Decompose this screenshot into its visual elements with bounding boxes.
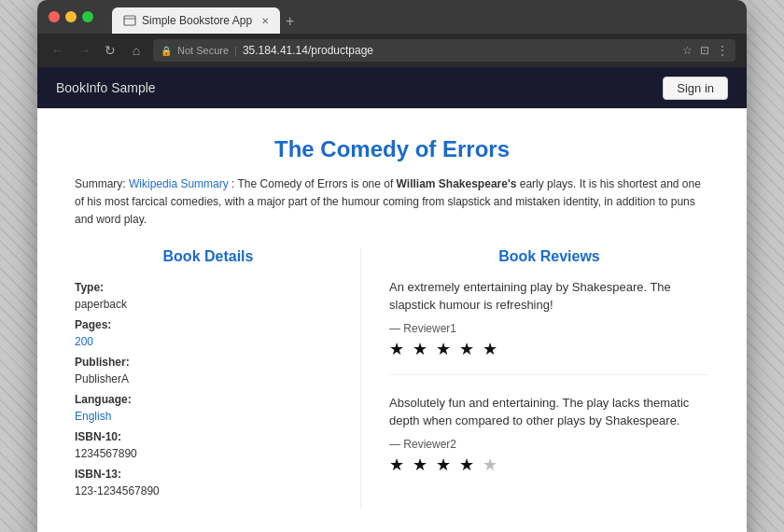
app-header: BookInfo Sample Sign in — [37, 67, 747, 108]
home-button[interactable]: ⌂ — [127, 43, 146, 58]
close-button[interactable] — [49, 11, 60, 22]
address-right-icons: ☆ ⊡ ⋮ — [682, 44, 728, 57]
isbn10-label: ISBN-10: — [75, 430, 121, 443]
browser-window: Simple Bookstore App ✕ + ← → ↻ ⌂ 🔒 Not S… — [37, 0, 747, 532]
star-1-2: ★ — [413, 340, 429, 358]
review-card-1: An extremely entertaining play by Shakes… — [389, 278, 709, 375]
star-1-4: ★ — [459, 340, 476, 358]
star-2-3: ★ — [436, 455, 453, 474]
type-value: paperback — [75, 298, 127, 311]
star-2-2: ★ — [413, 455, 429, 474]
book-details-title: Book Details — [75, 248, 342, 265]
book-details-section: Book Details Type: paperback Pages: 200 … — [75, 248, 360, 509]
svg-rect-0 — [124, 16, 135, 25]
tab-label: Simple Bookstore App — [142, 14, 252, 27]
book-reviews-title: Book Reviews — [389, 248, 709, 265]
reviewer-name-1: — Reviewer1 — [389, 322, 709, 335]
star-2-5: ★ — [483, 455, 499, 474]
traffic-lights — [49, 11, 93, 22]
back-button[interactable]: ← — [49, 43, 67, 58]
maximize-button[interactable] — [82, 11, 93, 22]
publisher-row: Publisher: PublisherA — [75, 353, 342, 386]
isbn10-value: 1234567890 — [75, 447, 137, 460]
pages-row: Pages: 200 — [75, 315, 342, 349]
rating-stars-2: ★ ★ ★ ★ ★ — [389, 455, 709, 475]
type-row: Type: paperback — [75, 278, 342, 312]
wikipedia-link[interactable]: Wikipedia Summary — [129, 177, 229, 190]
sign-in-button[interactable]: Sign in — [663, 77, 728, 100]
address-separator: | — [234, 45, 237, 56]
book-title: The Comedy of Errors — [75, 136, 709, 162]
star-1-1: ★ — [389, 340, 406, 358]
pages-value: 200 — [75, 335, 93, 348]
two-column-layout: Book Details Type: paperback Pages: 200 … — [75, 248, 709, 509]
book-reviews-section: Book Reviews An extremely entertaining p… — [360, 248, 709, 509]
star-2-4: ★ — [459, 455, 476, 474]
publisher-label: Publisher: — [75, 356, 130, 369]
author-name: William Shakespeare's — [397, 177, 517, 190]
tab-bar: Simple Bookstore App ✕ + — [112, 0, 294, 34]
book-summary: Summary: Wikipedia Summary : The Comedy … — [75, 175, 709, 230]
page-content: The Comedy of Errors Summary: Wikipedia … — [37, 108, 747, 532]
publisher-value: PublisherA — [75, 372, 129, 385]
address-bar[interactable]: 🔒 Not Secure | 35.184.41.14/productpage … — [153, 39, 735, 62]
new-tab-button[interactable]: + — [286, 13, 294, 34]
review-text-2: Absolutely fun and entertaining. The pla… — [389, 394, 709, 430]
language-row: Language: English — [75, 390, 342, 424]
summary-body: : The Comedy of Errors is one of — [231, 177, 397, 190]
review-text-1: An extremely entertaining play by Shakes… — [389, 278, 709, 315]
security-icon: 🔒 — [161, 46, 172, 56]
star-2-1: ★ — [389, 455, 406, 474]
tab-close-icon[interactable]: ✕ — [261, 16, 269, 26]
not-secure-label: Not Secure — [177, 45, 229, 56]
isbn13-value: 123-1234567890 — [75, 484, 160, 497]
language-value: English — [75, 410, 111, 423]
isbn13-label: ISBN-13: — [75, 468, 121, 481]
address-text: 35.184.41.14/productpage — [243, 44, 373, 57]
rating-stars-1: ★ ★ ★ ★ ★ — [389, 339, 709, 359]
more-menu-icon[interactable]: ⋮ — [717, 44, 728, 57]
cast-icon[interactable]: ⊡ — [700, 44, 709, 57]
pages-label: Pages: — [75, 318, 111, 331]
language-label: Language: — [75, 393, 132, 406]
minimize-button[interactable] — [65, 11, 77, 22]
app-title: BookInfo Sample — [56, 80, 156, 95]
isbn13-row: ISBN-13: 123-1234567890 — [75, 465, 342, 498]
bookmark-icon[interactable]: ☆ — [682, 44, 693, 57]
tab-favicon-icon — [123, 14, 136, 27]
isbn10-row: ISBN-10: 1234567890 — [75, 427, 342, 461]
review-card-2: Absolutely fun and entertaining. The pla… — [389, 394, 709, 490]
active-tab[interactable]: Simple Bookstore App ✕ — [112, 7, 280, 34]
browser-addressbar: ← → ↻ ⌂ 🔒 Not Secure | 35.184.41.14/prod… — [37, 34, 747, 67]
star-1-3: ★ — [436, 340, 453, 358]
summary-prefix: Summary: — [75, 177, 126, 190]
reload-button[interactable]: ↻ — [101, 43, 119, 58]
star-1-5: ★ — [483, 340, 499, 358]
browser-titlebar: Simple Bookstore App ✕ + — [37, 0, 747, 34]
type-label: Type: — [75, 281, 104, 294]
forward-button[interactable]: → — [75, 43, 93, 58]
reviewer-name-2: — Reviewer2 — [389, 438, 709, 451]
